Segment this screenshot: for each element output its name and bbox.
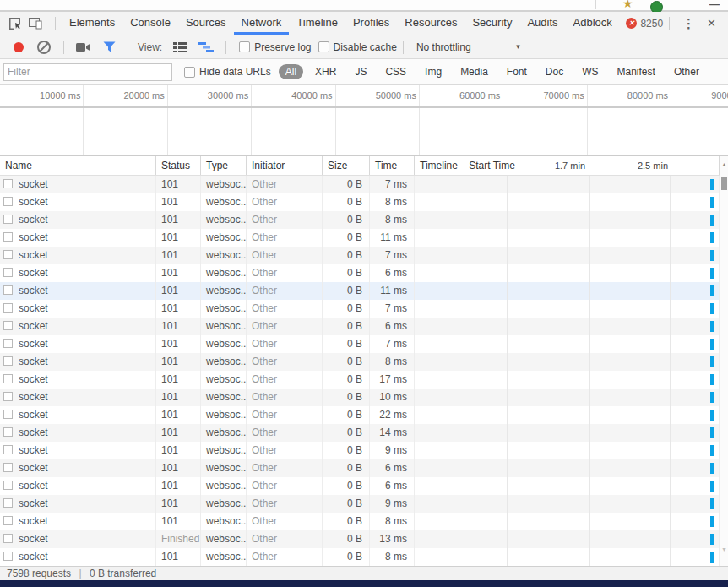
hide-data-urls-checkbox[interactable] [184,67,195,78]
request-row[interactable]: socket 101 websoc... Other 0 B 17 ms [0,371,728,389]
clear-icon[interactable] [37,41,51,54]
scrollbar-thumb[interactable] [721,177,727,190]
devtools-tab[interactable]: Console [122,12,178,35]
resource-filter[interactable]: Manifest [611,64,662,79]
resource-filter[interactable]: WS [575,64,605,79]
request-row[interactable]: socket 101 websoc... Other 0 B 7 ms [0,247,728,264]
resource-filter[interactable]: Img [418,64,448,79]
scroll-up-icon[interactable]: ▲ [720,161,728,167]
disable-cache-checkbox[interactable] [318,41,329,52]
device-toolbar-icon[interactable] [29,16,42,31]
request-size-cell: 0 B [323,442,370,459]
row-checkbox[interactable] [3,534,13,543]
preserve-log-checkbox[interactable] [239,41,250,52]
inspect-element-icon[interactable] [8,16,22,31]
row-checkbox[interactable] [3,374,13,383]
close-icon[interactable]: ✕ [702,17,721,30]
minimize-icon[interactable]: — [709,0,720,10]
row-checkbox[interactable] [3,232,13,242]
row-checkbox[interactable] [3,321,13,330]
column-header-status[interactable]: Status [156,156,201,175]
network-overview[interactable] [0,108,728,156]
request-row[interactable]: socket 101 websoc... Other 0 B 6 ms [0,318,728,335]
column-header-name[interactable]: Name [0,156,156,175]
devtools-tab[interactable]: Resources [397,12,465,35]
screenshot-camera-icon[interactable] [76,42,91,52]
devtools-tab[interactable]: Profiles [345,12,397,35]
row-checkbox[interactable] [3,498,13,508]
row-checkbox[interactable] [3,356,13,366]
filter-funnel-icon[interactable] [103,41,116,52]
devtools-tab[interactable]: Audits [519,12,565,35]
resource-filter[interactable]: All [279,64,303,79]
scroll-down-icon[interactable]: ▼ [720,546,728,552]
request-row[interactable]: socket 101 websoc... Other 0 B 8 ms [0,513,728,530]
devtools-tab[interactable]: Network [234,12,290,35]
large-rows-icon[interactable] [173,42,187,52]
resource-filter[interactable]: Other [667,64,706,79]
row-checkbox[interactable] [3,410,13,419]
request-row[interactable]: socket 101 websoc... Other 0 B 9 ms [0,495,728,513]
request-row[interactable]: socket Finished websoc... Other 0 B 13 m… [0,530,728,548]
resource-filter[interactable]: JS [348,64,373,79]
devtools-tab[interactable]: Timeline [289,12,345,35]
row-checkbox[interactable] [3,463,13,472]
devtools-tab[interactable]: Elements [62,12,122,35]
column-header-size[interactable]: Size [323,156,370,175]
row-checkbox[interactable] [3,303,13,313]
request-row[interactable]: socket 101 websoc... Other 0 B 22 ms [0,406,728,424]
overview-grid-cell [252,108,335,155]
request-row[interactable]: socket 101 websoc... Other 0 B 7 ms [0,176,728,193]
row-checkbox[interactable] [3,285,13,295]
column-header-initiator[interactable]: Initiator [247,156,323,175]
request-row[interactable]: socket 101 websoc... Other 0 B 11 ms [0,229,728,247]
request-row[interactable]: socket 101 websoc... Other 0 B 8 ms [0,548,728,566]
vertical-scrollbar[interactable]: ▲ ▼ [720,156,728,566]
column-header-timeline[interactable]: Timeline – Start Time 1.7 min 2.5 min [415,156,720,175]
request-row[interactable]: socket 101 websoc... Other 0 B 9 ms [0,442,728,459]
request-row[interactable]: socket 101 websoc... Other 0 B 6 ms [0,477,728,495]
request-row[interactable]: socket 101 websoc... Other 0 B 14 ms [0,424,728,442]
menu-dots-icon[interactable]: ⋮ [676,16,702,31]
disable-cache-label[interactable]: Disable cache [334,41,397,53]
row-checkbox[interactable] [3,427,13,437]
row-checkbox[interactable] [3,552,13,561]
resource-filter[interactable]: Media [454,64,495,79]
resource-filter[interactable]: CSS [378,64,413,79]
row-checkbox[interactable] [3,392,13,401]
column-header-time[interactable]: Time [370,156,415,175]
filter-input[interactable] [3,63,172,81]
request-row[interactable]: socket 101 websoc... Other 0 B 6 ms [0,459,728,477]
throttling-dropdown[interactable]: No throttling ▼ [416,41,522,53]
error-count-badge[interactable]: ✕ 8250 [626,18,663,30]
record-icon[interactable] [14,42,24,52]
row-checkbox[interactable] [3,215,13,224]
preserve-log-label[interactable]: Preserve log [254,41,311,53]
hide-data-urls-label[interactable]: Hide data URLs [199,66,271,78]
column-header-type[interactable]: Type [201,156,247,175]
row-checkbox[interactable] [3,516,13,525]
resource-filter[interactable]: Doc [539,64,570,79]
row-checkbox[interactable] [3,445,13,454]
devtools-tab[interactable]: Sources [178,12,234,35]
show-overview-icon[interactable] [198,42,214,52]
request-row[interactable]: socket 101 websoc... Other 0 B 11 ms [0,282,728,300]
request-row[interactable]: socket 101 websoc... Other 0 B 7 ms [0,300,728,318]
devtools-tab[interactable]: Adblock Plus [566,12,627,35]
request-row[interactable]: socket 101 websoc... Other 0 B 8 ms [0,211,728,229]
row-checkbox[interactable] [3,339,13,348]
row-checkbox[interactable] [3,481,13,490]
resource-filter[interactable]: XHR [308,64,343,79]
row-checkbox[interactable] [3,197,13,206]
row-checkbox[interactable] [3,250,13,259]
resource-filter[interactable]: Font [500,64,534,79]
bookmark-star-icon[interactable]: ★ [622,0,633,10]
request-row[interactable]: socket 101 websoc... Other 0 B 8 ms [0,193,728,211]
row-checkbox[interactable] [3,179,13,188]
request-row[interactable]: socket 101 websoc... Other 0 B 8 ms [0,353,728,371]
request-row[interactable]: socket 101 websoc... Other 0 B 6 ms [0,264,728,282]
row-checkbox[interactable] [3,268,13,277]
request-row[interactable]: socket 101 websoc... Other 0 B 10 ms [0,389,728,406]
devtools-tab[interactable]: Security [465,12,519,35]
request-row[interactable]: socket 101 websoc... Other 0 B 7 ms [0,335,728,353]
